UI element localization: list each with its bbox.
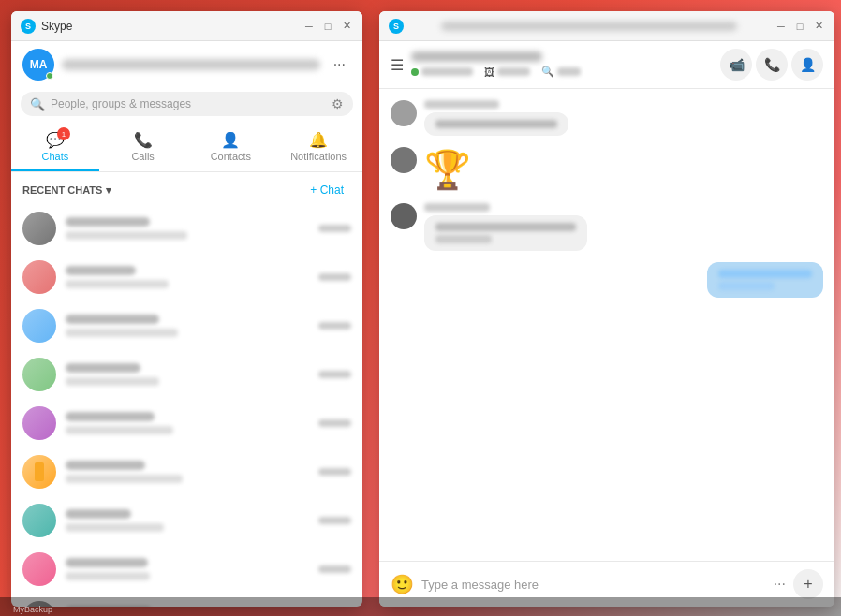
skype-right-icon: S (389, 19, 404, 34)
chat-info (66, 509, 295, 532)
chat-info (66, 315, 295, 337)
list-item[interactable] (11, 447, 362, 496)
sub-tab-gallery[interactable]: 🖼 (484, 66, 530, 78)
chat-message-blurred (66, 426, 173, 434)
message-bubble: 🏆 (424, 147, 471, 192)
gallery-icon: 🖼 (484, 66, 494, 78)
chat-header-info: 🖼 🔍 (411, 51, 713, 78)
chats-tab-icon: 💬 1 (46, 131, 65, 149)
user-avatar[interactable]: MA (22, 49, 54, 81)
left-maximize-button[interactable]: □ (321, 20, 334, 33)
avatar (22, 358, 56, 391)
chat-meta (304, 322, 351, 330)
grid-icon[interactable]: ⚙ (332, 96, 344, 111)
search-input[interactable]: People, groups & messages (51, 97, 326, 110)
hamburger-menu-icon[interactable]: ☰ (391, 56, 404, 74)
add-contact-button[interactable]: 👤 (791, 49, 823, 81)
chat-meta (304, 273, 351, 281)
chat-name-blurred (66, 509, 131, 519)
message-box (424, 215, 587, 251)
message-box (424, 112, 568, 136)
tab-calls[interactable]: 📞 Calls (99, 124, 187, 171)
chat-name-blurred (66, 412, 155, 421)
chat-name-blurred (66, 315, 159, 324)
emoji-sticker: 🏆 (424, 147, 471, 192)
avatar (22, 504, 56, 537)
chat-info (66, 217, 295, 240)
message-row-sent (391, 262, 823, 298)
sender-name-blurred (424, 100, 499, 109)
find-icon: 🔍 (541, 66, 554, 78)
list-item[interactable] (11, 301, 362, 350)
sent-message-text-blurred (718, 270, 812, 278)
right-maximize-button[interactable]: □ (793, 20, 806, 33)
left-close-button[interactable]: ✕ (340, 20, 353, 33)
user-initials: MA (30, 58, 48, 71)
list-item[interactable] (11, 350, 362, 399)
chat-time-blurred (318, 371, 351, 378)
tab-contacts[interactable]: 👤 Contacts (187, 124, 275, 171)
chat-meta (304, 468, 351, 476)
working-status-blurred (421, 67, 473, 76)
chat-time-blurred (318, 225, 351, 232)
message-more-options-button[interactable]: ··· (774, 576, 786, 593)
message-row: 🏆 (391, 147, 823, 192)
message-bubble (424, 203, 587, 251)
new-chat-button[interactable]: + Chat (302, 180, 351, 200)
list-item[interactable] (11, 545, 362, 594)
send-button[interactable]: + (793, 569, 823, 599)
chat-message-blurred (66, 572, 150, 580)
chat-meta (304, 225, 351, 232)
message-bubble-sent (707, 262, 823, 298)
taskbar-label: MyBackup (13, 605, 52, 614)
more-options-button[interactable]: ··· (328, 54, 351, 75)
sub-tab-find[interactable]: 🔍 (541, 66, 581, 78)
list-item[interactable] (11, 253, 362, 301)
video-call-button[interactable]: 📹 (720, 49, 752, 81)
avatar (22, 455, 56, 489)
chat-meta (304, 565, 351, 573)
chat-info (66, 266, 295, 288)
avatar (22, 309, 56, 343)
message-bubble (424, 100, 568, 136)
tab-chats[interactable]: 💬 1 Chats (11, 124, 99, 171)
chat-info (66, 461, 295, 483)
find-label-blurred (557, 67, 581, 76)
sender-name-blurred (424, 203, 490, 212)
sent-message-text-blurred (718, 282, 775, 290)
notifications-tab-icon: 🔔 (309, 131, 328, 149)
chat-list (11, 204, 362, 607)
avatar (22, 212, 56, 245)
sub-tab-working[interactable] (411, 67, 473, 76)
right-close-button[interactable]: ✕ (812, 20, 825, 33)
chat-time-blurred (318, 419, 351, 427)
message-input[interactable]: Type a message here (421, 578, 766, 592)
message-row (391, 203, 823, 251)
voice-call-button[interactable]: 📞 (756, 49, 788, 81)
tab-notifications[interactable]: 🔔 Notifications (274, 124, 362, 171)
left-window-title: Skype (41, 20, 72, 33)
chat-time-blurred (318, 468, 351, 476)
left-minimize-button[interactable]: ─ (302, 20, 316, 33)
chats-badge: 1 (57, 127, 70, 140)
search-bar[interactable]: 🔍 People, groups & messages ⚙ (21, 92, 353, 116)
skype-right-window: S ─ □ ✕ ☰ 🖼 🔍 (379, 11, 834, 607)
chevron-down-icon[interactable]: ▾ (106, 184, 111, 197)
list-item[interactable] (11, 399, 362, 447)
left-user-header: MA ··· (11, 41, 362, 88)
chat-name-blurred (66, 363, 140, 373)
list-item[interactable] (11, 204, 362, 253)
chats-tab-label: Chats (42, 151, 69, 162)
chat-message-blurred (66, 475, 183, 483)
contacts-tab-label: Contacts (211, 151, 251, 162)
right-minimize-button[interactable]: ─ (775, 20, 788, 33)
recent-chats-title: RECENT CHATS ▾ (22, 184, 111, 197)
right-title-controls: ─ □ ✕ (775, 20, 825, 33)
calls-tab-icon: 📞 (134, 131, 153, 149)
contacts-tab-icon: 👤 (221, 131, 240, 149)
recent-chats-header: RECENT CHATS ▾ + Chat (11, 172, 362, 204)
list-item[interactable] (11, 496, 362, 545)
avatar (391, 100, 417, 126)
emoji-button[interactable]: 🙂 (391, 573, 414, 595)
avatar (22, 260, 56, 294)
